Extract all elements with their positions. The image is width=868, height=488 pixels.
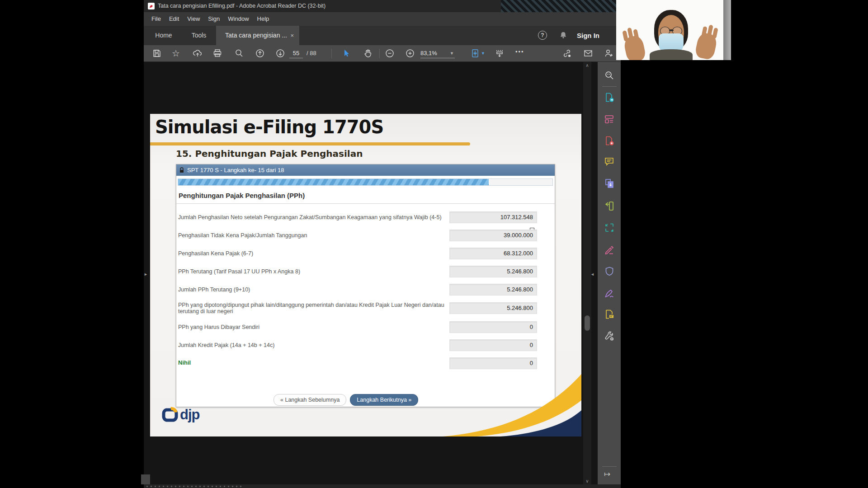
toolbar-separator bbox=[331, 49, 332, 58]
edit-pdf-icon[interactable] bbox=[604, 114, 615, 125]
page-number-input[interactable]: 55 bbox=[289, 49, 303, 58]
scroll-down-icon[interactable]: ∨ bbox=[583, 479, 591, 483]
certificates-icon[interactable] bbox=[604, 288, 615, 299]
tab-document-label: Tata cara pengisian ... bbox=[225, 32, 287, 39]
menu-bar: File Edit View Sign Window Help bbox=[144, 12, 621, 26]
zoom-level-value: 83,1% bbox=[420, 50, 437, 56]
compress-pdf-icon[interactable] bbox=[604, 222, 615, 233]
save-icon[interactable] bbox=[152, 48, 162, 58]
tab-tools[interactable]: Tools bbox=[183, 26, 215, 45]
tab-document[interactable]: Tata cara pengisian ... × bbox=[216, 26, 299, 45]
sign-in-button[interactable]: Sign In bbox=[577, 26, 599, 45]
fit-page-icon[interactable] bbox=[470, 48, 480, 58]
window-title: Tata cara pengisian Efilling.pdf - Adobe… bbox=[158, 3, 326, 9]
organize-pages-icon[interactable] bbox=[604, 201, 615, 211]
presenter-shoulders bbox=[650, 49, 693, 60]
webcam-overlay bbox=[616, 0, 723, 60]
select-tool-icon[interactable] bbox=[341, 48, 351, 58]
taskbar-edge-strip bbox=[144, 484, 621, 488]
main-toolbar: ☆ 55 / 88 83,1% bbox=[144, 45, 621, 62]
print-icon[interactable] bbox=[212, 48, 222, 58]
chevron-down-icon: ▼ bbox=[450, 49, 454, 58]
request-signatures-icon[interactable] bbox=[604, 309, 615, 320]
webcam-side-strip bbox=[723, 0, 731, 60]
screen: Tata cara pengisian Efilling.pdf - Adobe… bbox=[0, 0, 868, 488]
more-tools-icon[interactable] bbox=[604, 331, 615, 342]
export-pdf-icon[interactable] bbox=[604, 92, 615, 103]
cloud-upload-icon[interactable] bbox=[193, 48, 203, 58]
star-favorites-icon[interactable]: ☆ bbox=[172, 48, 182, 58]
divider bbox=[602, 466, 617, 467]
menu-view[interactable]: View bbox=[183, 12, 204, 26]
menu-edit[interactable]: Edit bbox=[165, 12, 183, 26]
slide-corner-swoosh bbox=[150, 114, 581, 436]
acrobat-pdf-icon bbox=[148, 3, 155, 9]
menu-file[interactable]: File bbox=[147, 12, 165, 26]
menu-sign[interactable]: Sign bbox=[204, 12, 224, 26]
tools-sidebar: ↦ bbox=[598, 62, 621, 488]
titlebar-hatch-pattern bbox=[501, 0, 621, 12]
zoom-level-dropdown[interactable]: 83,1% ▼ bbox=[420, 49, 455, 58]
collapse-tools-panel-icon[interactable]: ◄ bbox=[590, 272, 594, 277]
page-total-label: / 88 bbox=[307, 49, 316, 58]
tab-bar: Home Tools Tata cara pengisian ... × ? S… bbox=[144, 26, 621, 45]
toolbar-separator bbox=[379, 49, 380, 58]
zoom-out-icon[interactable] bbox=[385, 48, 395, 58]
presenter-left-hand bbox=[623, 34, 647, 60]
add-user-icon[interactable] bbox=[604, 48, 614, 58]
comment-icon[interactable] bbox=[604, 156, 615, 167]
acrobat-window: Tata cara pengisian Efilling.pdf - Adobe… bbox=[144, 0, 621, 488]
menu-window[interactable]: Window bbox=[224, 12, 253, 26]
previous-page-icon[interactable] bbox=[255, 48, 265, 58]
fill-and-sign-icon[interactable] bbox=[604, 244, 615, 255]
overflow-icon[interactable]: ••• bbox=[515, 48, 524, 55]
presenter-right-hand bbox=[694, 32, 718, 60]
search-document-icon[interactable] bbox=[604, 70, 615, 81]
create-pdf-icon[interactable] bbox=[604, 136, 615, 146]
notifications-bell-icon[interactable] bbox=[559, 31, 568, 42]
share-link-icon[interactable] bbox=[562, 48, 572, 58]
title-bar: Tata cara pengisian Efilling.pdf - Adobe… bbox=[144, 0, 621, 12]
zoom-in-icon[interactable] bbox=[405, 48, 415, 58]
pdf-page: Simulasi e-Filing 1770S 15. Penghitungan… bbox=[150, 114, 581, 436]
help-icon[interactable]: ? bbox=[538, 31, 547, 40]
scrollbar-thumb[interactable] bbox=[585, 315, 590, 331]
open-tools-panel-icon[interactable]: ↦ bbox=[604, 469, 610, 479]
taskbar-corner-fragment bbox=[141, 474, 150, 484]
email-icon[interactable] bbox=[583, 48, 593, 58]
document-area: ► Simulasi e-Filing 1770S 15. Penghitung… bbox=[144, 62, 621, 488]
search-icon[interactable] bbox=[234, 48, 244, 58]
next-page-icon[interactable] bbox=[275, 48, 285, 58]
expand-left-panel-icon[interactable]: ► bbox=[144, 272, 148, 277]
hand-tool-icon[interactable] bbox=[363, 48, 373, 58]
scroll-mode-icon[interactable] bbox=[495, 48, 505, 58]
menu-help[interactable]: Help bbox=[253, 12, 274, 26]
combine-files-icon[interactable] bbox=[604, 178, 615, 189]
divider bbox=[602, 86, 617, 87]
close-tab-icon[interactable]: × bbox=[290, 26, 294, 45]
tab-home[interactable]: Home bbox=[147, 26, 180, 45]
chevron-down-icon[interactable]: ▼ bbox=[481, 51, 485, 56]
scroll-up-icon[interactable]: ∧ bbox=[583, 63, 591, 68]
taskbar-text-fragment bbox=[146, 486, 241, 487]
protect-icon[interactable] bbox=[604, 266, 615, 277]
